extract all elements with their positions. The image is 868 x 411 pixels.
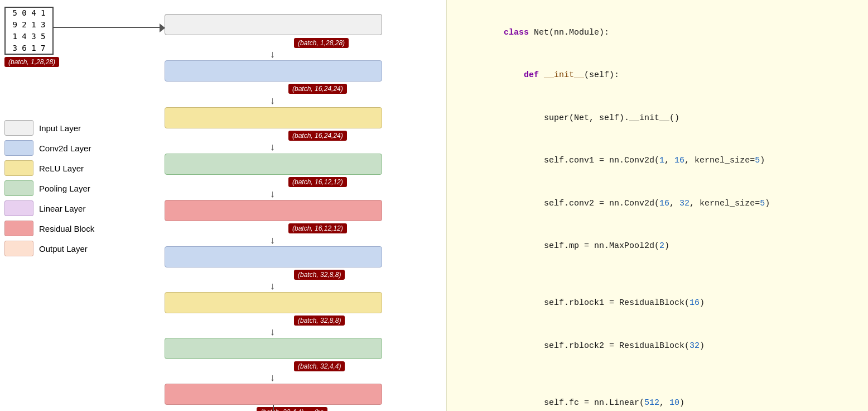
layer-relu1 (165, 107, 382, 128)
legend-box-conv2d (4, 140, 33, 156)
arr-2: ↓ (270, 95, 275, 107)
shape-1: (batch, 1,28,28) (294, 38, 349, 48)
code-line-blank1 (464, 267, 851, 282)
legend-label-relu: ReLU Layer (39, 164, 84, 173)
legend-box-pooling (4, 180, 33, 196)
input-shape-label: (batch, 1,28,28) (4, 57, 59, 67)
shape-8: (batch, 32,4,4) (294, 361, 345, 371)
shape-9: (batch, 32,4,4) → (ba (257, 407, 327, 411)
layer-pool2 (165, 338, 382, 359)
layer-conv2 (165, 246, 382, 267)
legend-item-pooling: Pooling Layer (4, 180, 94, 196)
image-arrow (54, 27, 162, 28)
shape-3: (batch, 16,24,24) (288, 131, 347, 141)
legend-box-input (4, 120, 33, 136)
shape-6: (batch, 32,8,8) (294, 270, 345, 280)
left-panel: 5 0 4 1 9 2 1 3 1 4 3 5 3 6 1 7 (batch, … (0, 0, 446, 411)
legend-label-pooling: Pooling Layer (39, 184, 90, 193)
legend-label-conv2d: Conv2d Layer (39, 144, 91, 153)
arr-6: ↓ (270, 280, 275, 292)
arr-1: ↓ (270, 49, 275, 60)
layer-rblock1 (165, 200, 382, 221)
layer-conv1 (165, 60, 382, 82)
legend-item-residual: Residual Block (4, 221, 94, 236)
legend-item-conv2d: Conv2d Layer (4, 140, 94, 156)
input-image-text: 5 0 4 1 9 2 1 3 1 4 3 5 3 6 1 7 (12, 7, 45, 54)
legend-item-relu: ReLU Layer (4, 160, 94, 176)
code-line-6: self.mp = nn.MaxPool2d(2) (464, 225, 851, 268)
arr-5: ↓ (270, 235, 275, 246)
image-arrowhead (160, 23, 165, 32)
shape-5: (batch, 16,12,12) (288, 223, 347, 233)
legend-item-output: Output Layer (4, 241, 94, 256)
right-panel: class Net(nn.Module): def __init__(self)… (446, 0, 868, 411)
code-line-1: class Net(nn.Module): (464, 11, 851, 54)
layer-input (165, 14, 382, 35)
legend-box-output (4, 241, 33, 256)
arr-3: ↓ (270, 141, 275, 153)
layer-relu2 (165, 292, 382, 313)
conn-vert (273, 405, 274, 411)
legend-box-linear (4, 200, 33, 216)
arr-8: ↓ (270, 372, 275, 384)
legend-item-input: Input Layer (4, 120, 94, 136)
code-line-blank2 (464, 367, 851, 382)
code-block: class Net(nn.Module): def __init__(self)… (464, 11, 851, 411)
shape-2: (batch, 16,24,24) (288, 84, 347, 94)
legend-box-relu (4, 160, 33, 176)
code-line-9: self.rblock2 = ResidualBlock(32) (464, 324, 851, 367)
shape-7: (batch, 32,8,8) (294, 316, 345, 326)
legend-box-residual (4, 221, 33, 236)
layer-pool1 (165, 154, 382, 175)
code-line-11: self.fc = nn.Linear(512, 10) (464, 381, 851, 411)
arr-4: ↓ (270, 188, 275, 200)
code-line-8: self.rblock1 = ResidualBlock(16) (464, 282, 851, 325)
legend: Input Layer Conv2d Layer ReLU Layer Pool… (4, 120, 94, 256)
legend-item-linear: Linear Layer (4, 200, 94, 216)
legend-label-input: Input Layer (39, 123, 81, 133)
shape-4: (batch, 16,12,12) (288, 177, 347, 187)
code-line-4: self.conv1 = nn.Conv2d(1, 16, kernel_siz… (464, 140, 851, 183)
layer-rblock2 (165, 384, 382, 405)
legend-label-output: Output Layer (39, 244, 88, 254)
main-container: 5 0 4 1 9 2 1 3 1 4 3 5 3 6 1 7 (batch, … (0, 0, 868, 411)
arr-7: ↓ (270, 326, 275, 338)
code-line-5: self.conv2 = nn.Conv2d(16, 32, kernel_si… (464, 182, 851, 225)
legend-label-linear: Linear Layer (39, 204, 85, 213)
legend-label-residual: Residual Block (39, 224, 94, 233)
input-image: 5 0 4 1 9 2 1 3 1 4 3 5 3 6 1 7 (4, 7, 54, 55)
code-line-3: super(Net, self).__init__() (464, 97, 851, 140)
code-line-2: def __init__(self): (464, 54, 851, 97)
